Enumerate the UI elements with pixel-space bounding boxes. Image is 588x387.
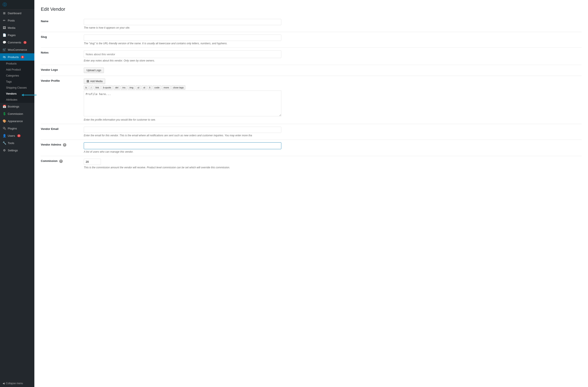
form-row-vendor-profile: Vendor Profile 🖼 Add Media b i link b-qu… [41,76,582,124]
form-row-vendor-admins: Vendor Admins ? A list of users who can … [41,140,582,156]
sidebar-item-woocommerce[interactable]: 🛒 WooCommerce [0,46,34,53]
sidebar: ⓪ ⊞ Dashboard ✏ Posts 🖼 Media 📄 Pages 💬 … [0,0,34,387]
form-row-vendor-email: Vendor Email Enter the email for this ve… [41,124,582,140]
commission-icon: 💲 [2,112,6,115]
add-media-button[interactable]: 🖼 Add Media [84,78,105,84]
sidebar-item-label: Users [8,134,15,137]
submenu-vendors[interactable]: Vendors [0,91,34,97]
toolbar-ol[interactable]: ol [142,85,147,90]
slug-input[interactable] [84,35,281,41]
page-title: Edit Vendor [41,4,582,12]
toolbar-del[interactable]: del [113,85,120,90]
submenu-shipping-classes[interactable]: Shipping Classes [0,85,34,91]
plugins-icon: 🔌 [2,127,6,130]
add-media-icon: 🖼 [86,80,89,83]
sidebar-item-label: Media [8,26,15,29]
toolbar-img[interactable]: img [128,85,135,90]
sidebar-item-tools[interactable]: 🔧 Tools [0,139,34,147]
sidebar-item-comments[interactable]: 💬 Comments 1 [0,39,34,46]
commission-form-label: Commission ? [41,156,84,172]
sidebar-item-label: Bookings [8,105,19,108]
sidebar-item-label: Comments [8,41,21,44]
vendor-profile-label: Vendor Profile [41,76,84,124]
toolbar-code[interactable]: code [153,85,161,90]
products-badge: 3 [21,56,24,58]
pages-icon: 📄 [2,33,6,37]
sidebar-item-label: Plugins [8,127,17,130]
form-row-commission: Commission ? This is the commission amou… [41,156,582,172]
media-icon: 🖼 [2,26,6,29]
toolbar-ul[interactable]: ul [136,85,141,90]
commission-help[interactable]: ? [59,159,63,163]
products-icon: 🛍 [2,55,6,59]
sidebar-item-plugins[interactable]: 🔌 Plugins [0,125,34,132]
sidebar-item-appearance[interactable]: 🎨 Appearance [0,117,34,125]
sidebar-item-label: Products [8,55,19,59]
tools-icon: 🔧 [2,141,6,145]
upload-logo-button[interactable]: Upload Logo [84,68,104,73]
form-row-notes: Notes Enter any notes about this vendor.… [41,48,582,65]
slug-description: The "slug" is the URL-friendly version o… [84,42,281,45]
sidebar-item-label: Tools [8,141,14,145]
users-badge: 3 [17,134,21,137]
sidebar-item-label: Pages [8,34,16,37]
comments-badge: 1 [23,41,27,44]
submenu-tags[interactable]: Tags [0,79,34,85]
collapse-icon: ◀ [2,382,4,385]
sidebar-item-media[interactable]: 🖼 Media [0,24,34,31]
wp-icon: ⓪ [2,2,7,7]
sidebar-item-posts[interactable]: ✏ Posts [0,17,34,24]
main-content: Edit Vendor Name The name is how it appe… [34,0,588,387]
toolbar-li[interactable]: li [147,85,152,90]
sidebar-item-label: Dashboard [8,12,21,15]
toolbar-b[interactable]: b [84,85,88,90]
toolbar-bquote[interactable]: b-quote [101,85,113,90]
comments-icon: 💬 [2,41,6,44]
toolbar-close-tags[interactable]: close tags [171,85,186,90]
sidebar-item-label: Settings [8,149,18,152]
vendor-profile-editor[interactable]: Profile here... [84,91,281,116]
sidebar-item-label: WooCommerce [8,48,27,51]
sidebar-item-products[interactable]: 🛍 Products 3 [0,53,34,61]
form-row-vendor-logo: Vendor Logo Upload Logo [41,65,582,76]
dashboard-icon: ⊞ [2,11,6,15]
sidebar-item-label: Appearance [8,119,23,123]
notes-label: Notes [41,48,84,65]
form-row-name: Name The name is how it appears on your … [41,16,582,32]
name-description: The name is how it appears on your site. [84,26,281,29]
vendor-admins-description: A list of users who can manage this vend… [84,150,281,153]
vendor-email-input[interactable] [84,127,281,133]
toolbar-i[interactable]: i [89,85,93,90]
name-input[interactable] [84,19,281,25]
sidebar-item-dashboard[interactable]: ⊞ Dashboard [0,9,34,17]
collapse-label: Collapse menu [6,382,23,385]
toolbar-more[interactable]: more [162,85,171,90]
sidebar-item-users[interactable]: 👤 Users 3 [0,132,34,139]
vendor-email-description: Enter the email for this vendor. This is… [84,134,281,137]
submenu-add-product[interactable]: Add Product [0,67,34,73]
profile-description: Enter the profile information you would … [84,118,281,121]
name-label: Name [41,16,84,32]
sidebar-item-pages[interactable]: 📄 Pages [0,31,34,39]
toolbar-ins[interactable]: ins [121,85,127,90]
submenu-products[interactable]: Products [0,61,34,67]
vendor-admins-help[interactable]: ? [63,143,66,147]
toolbar-link[interactable]: link [94,85,101,90]
sidebar-item-bookings[interactable]: 📅 Bookings [0,103,34,110]
submenu-attributes[interactable]: Attributes [0,97,34,103]
sidebar-item-settings[interactable]: ⚙ Settings [0,147,34,154]
vendor-admins-input[interactable] [84,142,281,149]
submenu-categories[interactable]: Categories [0,73,34,79]
collapse-menu[interactable]: ◀ Collapse menu [0,380,34,387]
form-row-slug: Slug The "slug" is the URL-friendly vers… [41,32,582,48]
bookings-icon: 📅 [2,105,6,108]
commission-description: This is the commission amount the vendor… [84,166,281,169]
notes-input[interactable] [84,50,281,58]
edit-vendor-form: Name The name is how it appears on your … [41,16,582,172]
sidebar-item-commission[interactable]: 💲 Commission [0,110,34,117]
users-icon: 👤 [2,134,6,137]
commission-input[interactable] [84,159,101,165]
slug-label: Slug [41,32,84,48]
add-media-label: Add Media [90,80,103,83]
vendor-logo-label: Vendor Logo [41,65,84,76]
